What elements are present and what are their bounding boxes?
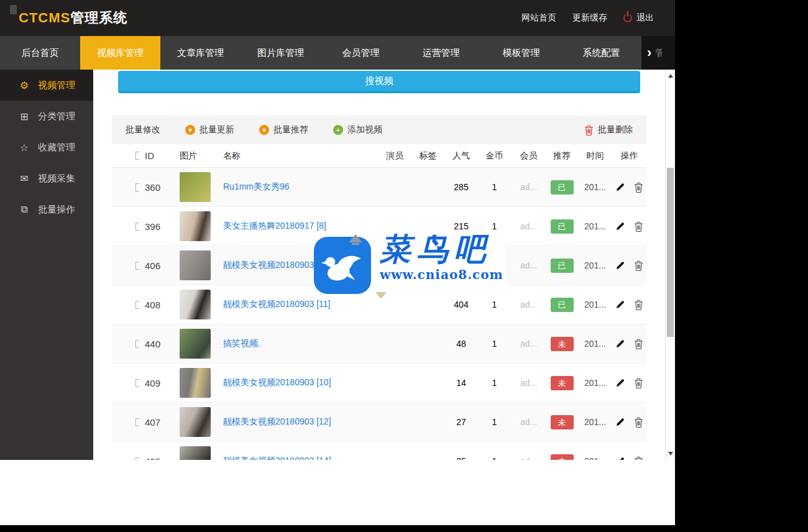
recommend-badge[interactable]: 已 xyxy=(551,298,574,312)
video-title-link[interactable]: Ru1mm美女秀96 xyxy=(211,181,379,193)
recommend-badge[interactable]: 已 xyxy=(551,219,574,234)
nav-tab[interactable]: 视频库管理 xyxy=(80,36,160,70)
sidebar-item[interactable]: ⚙ 视频管理 xyxy=(0,70,93,101)
nav-tab[interactable]: 图片库管理 xyxy=(241,36,321,70)
trash-icon xyxy=(634,417,643,428)
app-logo-rest: 管理系统 xyxy=(70,10,127,25)
batch-delete-button[interactable]: 批量删除 xyxy=(584,124,633,135)
col-gold: 金币 xyxy=(477,150,512,162)
vertical-scrollbar[interactable] xyxy=(665,70,675,460)
row-checkbox[interactable] xyxy=(135,222,139,231)
video-title-link[interactable]: 靓模美女视频20180903 [12] xyxy=(211,416,379,428)
row-checkbox[interactable] xyxy=(135,301,139,309)
add-video-button[interactable]: + 添加视频 xyxy=(333,124,382,135)
logout-button[interactable]: 退出 xyxy=(623,12,654,24)
dove-icon xyxy=(318,241,367,290)
delete-button[interactable] xyxy=(634,260,643,271)
edit-button[interactable] xyxy=(615,221,625,231)
pencil-icon xyxy=(615,339,625,349)
batch-edit-button[interactable]: 批量修改 xyxy=(126,124,160,135)
logout-label: 退出 xyxy=(636,12,654,24)
recommend-badge[interactable]: 未 xyxy=(551,415,574,429)
row-checkbox[interactable] xyxy=(135,183,139,191)
recommend-badge[interactable]: 未 xyxy=(551,376,574,390)
delete-button[interactable] xyxy=(634,417,643,428)
video-thumbnail[interactable] xyxy=(180,407,211,437)
pencil-icon xyxy=(615,378,625,388)
delete-button[interactable] xyxy=(634,339,643,349)
nav-overflow-button[interactable]: › 管 xyxy=(641,36,675,70)
delete-button[interactable] xyxy=(634,300,643,310)
trash-icon xyxy=(634,456,643,461)
nav-tab[interactable]: 系统配置 xyxy=(561,36,641,70)
recommend-badge[interactable]: 已 xyxy=(551,259,574,273)
search-video-button[interactable]: 搜视频 xyxy=(118,71,640,93)
video-title-link[interactable]: 靓模美女视频20180903 [11] xyxy=(211,299,379,310)
nav-tab[interactable]: 文章库管理 xyxy=(160,36,241,70)
site-home-link[interactable]: 网站首页 xyxy=(521,12,556,24)
sidebar: ⚙ 视频管理 ⊞ 分类管理 ☆ 收藏管理 ✉ 视频采集 ⧉ 批量操作 xyxy=(0,70,93,460)
edit-button[interactable] xyxy=(615,300,625,310)
video-thumbnail[interactable] xyxy=(180,290,211,319)
video-thumbnail[interactable] xyxy=(180,446,211,460)
delete-button[interactable] xyxy=(634,378,643,388)
video-id: 396 xyxy=(145,221,160,232)
video-member: ad... xyxy=(512,339,546,349)
scroll-down-arrow[interactable] xyxy=(668,452,673,456)
video-title-link[interactable]: 搞笑视频. xyxy=(211,338,379,349)
batch-update-button[interactable]: ▾ 批量更新 xyxy=(185,124,234,135)
edit-button[interactable] xyxy=(615,417,625,427)
batch-edit-label: 批量修改 xyxy=(126,124,160,135)
scroll-up-arrow[interactable] xyxy=(668,74,673,78)
select-all-checkbox[interactable] xyxy=(135,152,139,160)
row-checkbox[interactable] xyxy=(135,262,139,270)
sidebar-item-label: 分类管理 xyxy=(38,111,75,122)
edit-button[interactable] xyxy=(615,456,625,460)
video-time: 201... xyxy=(578,378,612,388)
edit-button[interactable] xyxy=(615,339,625,349)
edit-button[interactable] xyxy=(615,182,625,192)
nav-tab[interactable]: 后台首页 xyxy=(0,36,80,70)
small-down-arrow xyxy=(375,292,387,299)
row-checkbox[interactable] xyxy=(135,418,139,426)
row-checkbox[interactable] xyxy=(135,379,139,387)
video-time: 201... xyxy=(578,300,612,310)
delete-button[interactable] xyxy=(634,456,643,461)
scrollbar-thumb[interactable] xyxy=(667,168,674,337)
recommend-badge[interactable]: 未 xyxy=(551,337,574,351)
nav-tab[interactable]: 模板管理 xyxy=(481,36,561,70)
sidebar-item[interactable]: ✉ 视频采集 xyxy=(0,163,93,194)
video-title-link[interactable]: 靓模美女视频20180903 [10] xyxy=(211,377,379,388)
batch-recommend-button[interactable]: ▾ 批量推荐 xyxy=(259,124,308,135)
video-thumbnail[interactable] xyxy=(180,250,211,280)
video-thumbnail[interactable] xyxy=(180,172,211,202)
trash-icon xyxy=(634,300,643,310)
video-thumbnail[interactable] xyxy=(180,368,211,398)
video-thumbnail[interactable] xyxy=(180,329,211,359)
edit-button[interactable] xyxy=(615,378,625,388)
nav-tab[interactable]: 运营管理 xyxy=(401,36,481,70)
delete-button[interactable] xyxy=(634,221,643,232)
video-hits: 27 xyxy=(445,417,477,427)
sidebar-item[interactable]: ⧉ 批量操作 xyxy=(0,194,93,225)
sidebar-item-icon: ☆ xyxy=(19,142,30,154)
recommend-badge[interactable]: 已 xyxy=(551,180,574,195)
update-cache-link[interactable]: 更新缓存 xyxy=(572,12,607,24)
table-row: 440 搞笑视频. 48 1 ad... 未 201... xyxy=(112,324,646,364)
sidebar-item[interactable]: ☆ 收藏管理 xyxy=(0,132,93,163)
edit-button[interactable] xyxy=(615,260,625,270)
sidebar-item[interactable]: ⊞ 分类管理 xyxy=(0,101,93,132)
video-title-link[interactable]: 美女主播热舞20180917 [8] xyxy=(211,221,379,232)
nav-tab[interactable]: 会员管理 xyxy=(321,36,401,70)
nav-tab-label: 模板管理 xyxy=(503,47,540,59)
watermark: 菜鸟吧 www.cniao8.com xyxy=(314,232,505,294)
delete-button[interactable] xyxy=(634,182,643,193)
video-title-link[interactable]: 靓模美女视频20180903 [14] xyxy=(211,456,379,460)
row-checkbox[interactable] xyxy=(135,340,139,348)
video-thumbnail[interactable] xyxy=(180,211,211,241)
recommend-badge[interactable]: 未 xyxy=(551,454,574,461)
col-tag: 标签 xyxy=(411,150,445,162)
col-ops: 操作 xyxy=(612,150,646,162)
row-checkbox[interactable] xyxy=(135,457,139,461)
nav-tab-label: 系统配置 xyxy=(583,47,620,59)
